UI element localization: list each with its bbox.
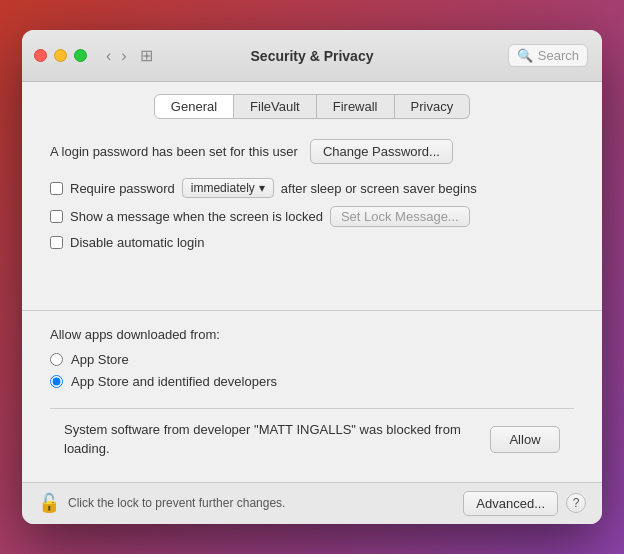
show-message-label: Show a message when the screen is locked (70, 209, 323, 224)
window-title: Security & Privacy (251, 48, 374, 64)
require-password-suffix: after sleep or screen saver begins (281, 181, 477, 196)
blocked-text: System software from developer "MATT ING… (64, 421, 478, 457)
app-store-radio-row: App Store (50, 352, 574, 367)
grid-button[interactable]: ⊞ (140, 46, 153, 65)
set-lock-message-button[interactable]: Set Lock Message... (330, 206, 470, 227)
footer: 🔓 Click the lock to prevent further chan… (22, 482, 602, 524)
content-area: General FileVault Firewall Privacy A log… (22, 82, 602, 481)
minimize-button[interactable] (54, 49, 67, 62)
change-password-button[interactable]: Change Password... (310, 139, 453, 164)
tab-firewall[interactable]: Firewall (317, 94, 395, 119)
login-section: A login password has been set for this u… (22, 129, 602, 268)
traffic-lights (34, 49, 87, 62)
require-password-checkbox[interactable] (50, 182, 63, 195)
search-box[interactable]: 🔍 Search (508, 44, 588, 67)
spacer (22, 268, 602, 298)
footer-right: Advanced... ? (463, 491, 586, 516)
app-store-radio[interactable] (50, 353, 63, 366)
allow-apps-title: Allow apps downloaded from: (50, 327, 574, 342)
footer-left: 🔓 Click the lock to prevent further chan… (38, 492, 285, 514)
nav-buttons: ‹ › ⊞ (103, 46, 153, 65)
advanced-button[interactable]: Advanced... (463, 491, 558, 516)
allow-button[interactable]: Allow (490, 426, 560, 453)
allow-apps-section: Allow apps downloaded from: App Store Ap… (22, 327, 602, 396)
tab-filevault[interactable]: FileVault (234, 94, 317, 119)
blocked-section: System software from developer "MATT ING… (50, 408, 574, 469)
require-password-row: Require password immediately ▾ after sle… (50, 178, 574, 198)
search-placeholder: Search (538, 48, 579, 63)
tab-general[interactable]: General (154, 94, 234, 119)
tab-privacy[interactable]: Privacy (395, 94, 471, 119)
back-button[interactable]: ‹ (103, 46, 114, 65)
dropdown-arrow-icon: ▾ (259, 181, 265, 195)
main-window: ‹ › ⊞ Security & Privacy 🔍 Search Genera… (22, 30, 602, 523)
disable-login-label: Disable automatic login (70, 235, 204, 250)
require-password-dropdown[interactable]: immediately ▾ (182, 178, 274, 198)
login-password-text: A login password has been set for this u… (50, 144, 298, 159)
tab-bar: General FileVault Firewall Privacy (22, 82, 602, 129)
search-icon: 🔍 (517, 48, 533, 63)
login-password-row: A login password has been set for this u… (50, 139, 574, 164)
close-button[interactable] (34, 49, 47, 62)
disable-login-row: Disable automatic login (50, 235, 574, 250)
titlebar: ‹ › ⊞ Security & Privacy 🔍 Search (22, 30, 602, 82)
app-store-identified-radio-row: App Store and identified developers (50, 374, 574, 389)
disable-login-checkbox[interactable] (50, 236, 63, 249)
divider (22, 310, 602, 311)
app-store-identified-radio[interactable] (50, 375, 63, 388)
app-store-identified-label: App Store and identified developers (71, 374, 277, 389)
show-message-checkbox[interactable] (50, 210, 63, 223)
help-button[interactable]: ? (566, 493, 586, 513)
require-password-label: Require password (70, 181, 175, 196)
lock-icon[interactable]: 🔓 (38, 492, 60, 514)
app-store-label: App Store (71, 352, 129, 367)
forward-button[interactable]: › (118, 46, 129, 65)
lock-text: Click the lock to prevent further change… (68, 496, 285, 510)
show-message-row: Show a message when the screen is locked… (50, 206, 574, 227)
maximize-button[interactable] (74, 49, 87, 62)
